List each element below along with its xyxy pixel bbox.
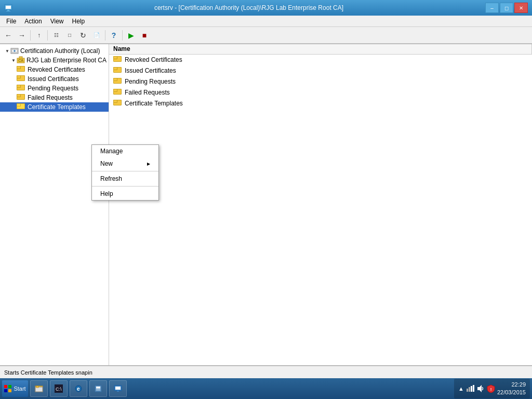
tree-failed-label: Failed Requests bbox=[28, 94, 73, 101]
show-hide-tree-button[interactable]: ☷ bbox=[50, 29, 62, 42]
chevron-icon[interactable]: ▲ bbox=[458, 385, 464, 392]
main-area: ▼ Certification Authority (Local) ▼ CA R… bbox=[0, 44, 532, 366]
tree-templates-label: Certificate Templates bbox=[28, 103, 86, 111]
folder-pending-icon bbox=[17, 85, 25, 92]
minimize-button[interactable]: – bbox=[485, 3, 499, 13]
status-bar: Starts Certificate Templates snapin bbox=[0, 366, 532, 378]
svg-rect-28 bbox=[469, 387, 470, 392]
security-icon: ! bbox=[487, 384, 495, 393]
close-button[interactable]: ✕ bbox=[514, 3, 528, 13]
right-item-templates-label: Certificate Templates bbox=[125, 100, 183, 107]
help-button[interactable]: ? bbox=[108, 29, 120, 42]
ctx-new[interactable]: New ▶ bbox=[92, 157, 158, 170]
menu-view[interactable]: View bbox=[46, 17, 68, 26]
tree-item-root[interactable]: ▼ Certification Authority (Local) bbox=[0, 46, 109, 56]
svg-rect-13 bbox=[8, 389, 11, 392]
menu-help[interactable]: Help bbox=[68, 17, 89, 26]
right-panel-item-revoked[interactable]: Revoked Certificates bbox=[109, 55, 532, 65]
svg-rect-25 bbox=[115, 387, 121, 390]
tree-root-label: Certification Authority (Local) bbox=[20, 47, 100, 55]
svg-text:C:\: C:\ bbox=[56, 387, 62, 392]
folder-revoked-icon bbox=[17, 66, 25, 73]
ctx-separator-2 bbox=[92, 186, 158, 187]
refresh-button[interactable]: ↻ bbox=[77, 29, 89, 42]
status-text: Starts Certificate Templates snapin bbox=[4, 369, 523, 376]
start-label: Start bbox=[14, 385, 25, 392]
tree-issued-label: Issued Certificates bbox=[28, 75, 79, 83]
clock-time: 22:29 bbox=[497, 381, 526, 389]
submenu-arrow-icon: ▶ bbox=[147, 162, 150, 166]
tree-item-templates[interactable]: Certificate Templates bbox=[0, 102, 109, 112]
stop-button[interactable]: ■ bbox=[138, 29, 151, 42]
svg-rect-29 bbox=[471, 386, 472, 392]
tree-item-pending[interactable]: Pending Requests bbox=[0, 84, 109, 93]
tree-item-failed[interactable]: Failed Requests bbox=[0, 93, 109, 102]
folder-templates-icon bbox=[17, 103, 25, 111]
export-button[interactable]: 📄 bbox=[90, 29, 103, 42]
right-panel-item-templates[interactable]: Certificate Templates bbox=[109, 98, 532, 109]
ctx-manage[interactable]: Manage bbox=[92, 145, 158, 157]
new-window-button[interactable]: □ bbox=[63, 29, 76, 42]
window-controls: – ◻ ✕ bbox=[485, 3, 528, 13]
start-button[interactable]: Start bbox=[2, 380, 28, 397]
taskbar-cmd[interactable]: C:\ bbox=[50, 380, 68, 397]
folder-icon bbox=[113, 56, 121, 62]
taskbar-rdp[interactable] bbox=[109, 380, 127, 397]
taskbar-tray: ▲ ! 22:29 22/03/2015 bbox=[454, 379, 530, 399]
right-item-issued-label: Issued Certificates bbox=[125, 67, 176, 74]
expand-ca-icon: ▼ bbox=[10, 57, 17, 63]
root-ca-icon: CA bbox=[17, 57, 25, 64]
network-icon bbox=[466, 384, 474, 393]
svg-rect-22 bbox=[96, 387, 100, 389]
ctx-refresh[interactable]: Refresh bbox=[92, 172, 158, 185]
tree-pending-label: Pending Requests bbox=[28, 85, 78, 92]
title-bar: certsrv - [Certification Authority (Loca… bbox=[0, 0, 532, 16]
menu-file[interactable]: File bbox=[2, 17, 20, 26]
taskbar-ie[interactable]: e bbox=[70, 380, 87, 397]
tree-item-revoked[interactable]: Revoked Certificates bbox=[0, 65, 109, 74]
toolbar-separator-4 bbox=[122, 30, 123, 41]
menu-bar: File Action View Help bbox=[0, 16, 532, 27]
play-button[interactable]: ▶ bbox=[125, 29, 137, 42]
svg-text:!: ! bbox=[490, 387, 492, 392]
tree-item-issued[interactable]: Issued Certificates bbox=[0, 74, 109, 84]
restore-button[interactable]: ◻ bbox=[500, 3, 513, 13]
back-button[interactable]: ← bbox=[2, 29, 15, 42]
ca-icon bbox=[10, 47, 19, 55]
svg-rect-12 bbox=[4, 389, 7, 392]
svg-rect-2 bbox=[7, 10, 9, 11]
menu-action[interactable]: Action bbox=[20, 17, 46, 26]
taskbar: Start C:\ e ▲ ! 22:29 22/03/2015 bbox=[0, 378, 532, 399]
app-icon bbox=[4, 4, 12, 12]
app-window: certsrv - [Certification Authority (Loca… bbox=[0, 0, 532, 378]
folder-failed-icon bbox=[17, 94, 25, 101]
up-button[interactable]: ↑ bbox=[33, 29, 45, 42]
audio-icon bbox=[476, 384, 485, 393]
toolbar-separator-1 bbox=[30, 30, 31, 41]
svg-rect-23 bbox=[96, 390, 100, 390]
taskbar-clock: 22:29 22/03/2015 bbox=[497, 381, 526, 397]
right-panel-item-issued[interactable]: Issued Certificates bbox=[109, 65, 532, 76]
right-panel-item-pending[interactable]: Pending Requests bbox=[109, 76, 532, 87]
context-menu: Manage New ▶ Refresh Help bbox=[91, 144, 159, 201]
right-panel-item-failed[interactable]: Failed Requests bbox=[109, 87, 532, 98]
name-column-header[interactable]: Name bbox=[109, 44, 532, 54]
svg-rect-1 bbox=[6, 6, 11, 9]
ctx-help[interactable]: Help bbox=[92, 188, 158, 200]
taskbar-server-manager[interactable] bbox=[89, 380, 107, 397]
toolbar-separator-3 bbox=[105, 30, 105, 41]
tree-ca-label: RJG Lab Enterprise Root CA bbox=[26, 57, 107, 64]
tree-item-ca[interactable]: ▼ CA RJG Lab Enterprise Root CA bbox=[0, 56, 109, 65]
forward-button[interactable]: → bbox=[16, 29, 28, 42]
toolbar-separator-2 bbox=[47, 30, 48, 41]
folder-icon bbox=[113, 89, 121, 95]
title-text: certsrv - [Certification Authority (Loca… bbox=[12, 4, 485, 11]
right-panel: Name Revoked Certificates Issued Certifi… bbox=[109, 44, 532, 365]
svg-marker-31 bbox=[477, 385, 482, 392]
taskbar-file-explorer[interactable] bbox=[30, 380, 48, 397]
toolbar: ← → ↑ ☷ □ ↻ 📄 ? ▶ ■ bbox=[0, 27, 532, 44]
folder-issued-icon bbox=[17, 75, 25, 83]
ctx-separator bbox=[92, 171, 158, 171]
svg-rect-27 bbox=[467, 389, 468, 392]
right-item-revoked-label: Revoked Certificates bbox=[125, 56, 182, 63]
